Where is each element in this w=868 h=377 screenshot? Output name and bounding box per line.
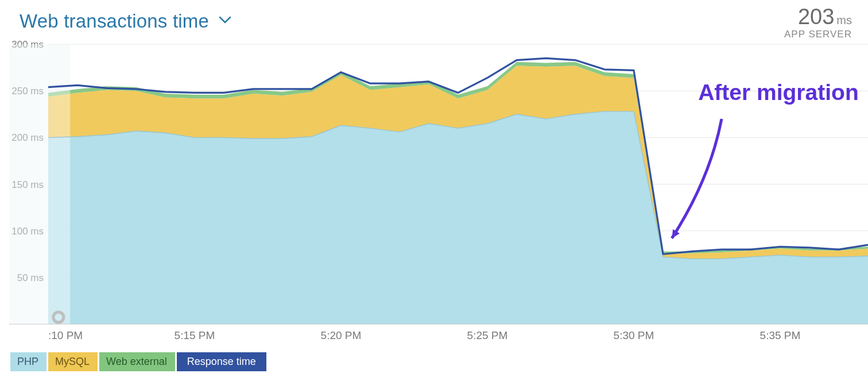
svg-text:5:25 PM: 5:25 PM [467,329,508,341]
svg-text:5:15 PM: 5:15 PM [175,329,215,341]
svg-text:After migration: After migration [698,80,859,105]
legend-item-response[interactable]: Response time [177,352,268,371]
legend-item-php[interactable]: PHP [10,352,48,371]
legend-label: Response time [187,356,256,368]
chart-plot[interactable]: 50 ms100 ms150 ms200 ms250 ms300 ms:10 P… [9,3,868,344]
svg-text:5:20 PM: 5:20 PM [321,329,362,341]
legend-label: PHP [17,356,38,368]
svg-text::10 PM: :10 PM [48,329,83,341]
legend: PHP MySQL Web external Response time [10,352,268,371]
chart-svg: 50 ms100 ms150 ms200 ms250 ms300 ms:10 P… [9,3,868,344]
svg-text:5:30 PM: 5:30 PM [614,329,654,341]
legend-label: MySQL [55,356,90,368]
legend-item-mysql[interactable]: MySQL [48,352,99,371]
legend-label: Web external [106,356,167,368]
svg-text:5:35 PM: 5:35 PM [760,329,801,341]
legend-item-web[interactable]: Web external [99,352,177,371]
